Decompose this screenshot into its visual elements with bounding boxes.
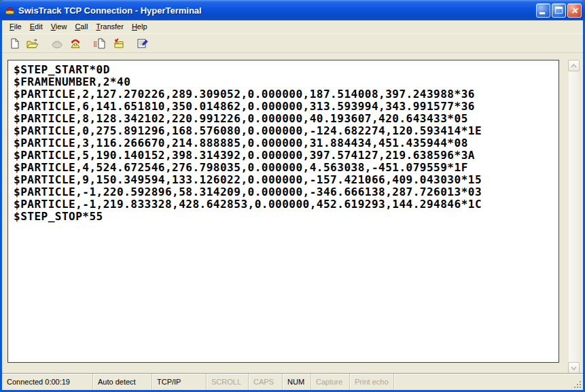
scroll-down-button[interactable] [568,362,580,374]
toolbar-open-button[interactable] [24,35,41,52]
close-button[interactable] [567,3,582,18]
title-bar[interactable]: SwisTrack TCP Connection - HyperTerminal [0,0,585,20]
terminal-line: $PARTICLE,3,116.266670,214.888885,0.0000… [14,137,556,149]
toolbar-call-button [48,35,66,52]
vertical-scrollbar[interactable] [568,60,580,374]
scroll-up-button[interactable] [568,60,580,71]
toolbar-send-button[interactable] [91,35,109,52]
disconnect-phone-icon [69,38,82,49]
call-phone-icon [50,38,64,49]
window-controls [536,3,582,18]
terminal-line: $PARTICLE,6,141.651810,350.014862,0.0000… [14,101,556,113]
toolbar-disconnect-button[interactable] [67,35,84,52]
menu-view[interactable]: View [47,21,71,33]
status-capture: Capture [311,374,350,390]
toolbar [2,33,583,53]
close-icon [571,4,578,16]
terminal-line: $PARTICLE,2,127.270226,289.309052,0.0000… [14,88,556,101]
maximize-button[interactable] [552,3,566,18]
properties-icon [136,38,149,49]
menu-call[interactable]: Call [71,21,92,33]
status-bar: Connected 0:00:19Auto detectTCP/IPSCROLL… [2,373,583,390]
scrollbar-track[interactable] [569,71,579,362]
terminal-line: $PARTICLE,-1,220.592896,58.314209,0.0000… [14,186,556,198]
status-connected-0-00-19: Connected 0:00:19 [2,374,93,390]
status-num: NUM [283,374,311,390]
receive-file-icon [111,38,125,49]
chevron-down-icon [571,366,577,370]
hyperterminal-app-icon [4,5,16,16]
terminal-line: $PARTICLE,5,190.140152,398.314392,0.0000… [14,149,556,162]
menu-transfer[interactable]: Transfer [92,21,128,33]
toolbar-receive-button[interactable] [109,35,127,52]
status-tcp-ip: TCP/IP [152,374,207,390]
terminal-line: $FRAMENUMBER,2*40 [14,76,556,88]
send-file-icon [93,38,107,49]
resize-grip[interactable] [573,380,582,389]
terminal-line: $PARTICLE,4,524.672546,276.798035,0.0000… [14,162,556,174]
status-filler [394,374,583,390]
status-scroll: SCROLL [207,374,249,390]
terminal-line: $STEP_STOP*55 [14,211,556,223]
toolbar-new-button[interactable] [5,35,23,52]
status-caps: CAPS [249,374,283,390]
terminal-line: $PARTICLE,8,128.342102,220.991226,0.0000… [14,113,556,125]
status-print-echo: Print echo [350,374,394,390]
window-title: SwisTrack TCP Connection - HyperTerminal [18,5,536,16]
terminal-line: $PARTICLE,-1,219.833328,428.642853,0.000… [14,198,556,211]
terminal-line: $PARTICLE,9,150.349594,133.126022,0.0000… [14,174,556,186]
chevron-up-icon [571,64,577,68]
grip-dots-icon [580,387,581,388]
menu-bar: FileEditViewCallTransferHelp [2,20,583,33]
hyperterminal-window: SwisTrack TCP Connection - HyperTerminal… [0,0,585,392]
status-auto-detect: Auto detect [93,374,152,390]
maximize-icon [555,7,563,14]
terminal-line: $STEP_START*0D [14,64,556,76]
open-folder-icon [26,38,39,49]
minimize-button[interactable] [536,3,550,18]
terminal-screen[interactable]: $STEP_START*0D$FRAMENUMBER,2*40$PARTICLE… [7,60,559,363]
new-document-icon [9,38,20,49]
menu-help[interactable]: Help [128,21,152,33]
menu-file[interactable]: File [5,21,26,33]
workspace: $STEP_START*0D$FRAMENUMBER,2*40$PARTICLE… [2,54,583,373]
terminal-line: $PARTICLE,0,275.891296,168.576080,0.0000… [14,125,556,137]
toolbar-properties-button[interactable] [134,35,152,52]
minimize-icon [539,12,545,14]
menu-edit[interactable]: Edit [26,21,47,33]
status-panels: Connected 0:00:19Auto detectTCP/IPSCROLL… [2,374,583,390]
